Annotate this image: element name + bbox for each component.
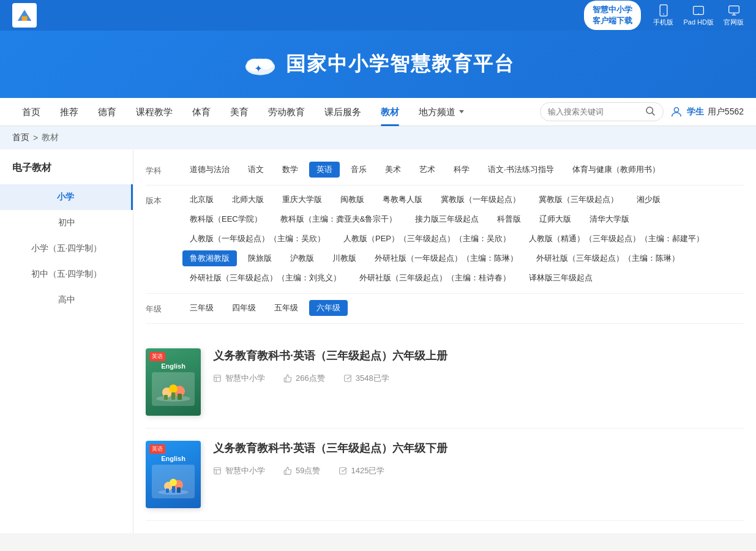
svg-point-31 xyxy=(170,479,177,486)
book-info-2: 义务教育教科书·英语（三年级起点）六年级下册 智慧中小学 59点赞 142 xyxy=(213,441,744,476)
filter-yue[interactable]: 粤教粤人版 xyxy=(375,192,430,208)
svg-rect-7 xyxy=(728,6,739,13)
filter-ren3[interactable]: 人教版（PEP）（三年级起点）（主编：吴欣） xyxy=(336,231,518,247)
source-icon-2 xyxy=(213,467,222,475)
header-right: 智慧中小学 客户端下载 手机版 Pad HD版 官网版 xyxy=(584,1,744,30)
filter-liaoshi[interactable]: 辽师大版 xyxy=(532,211,578,227)
svg-rect-35 xyxy=(214,468,221,474)
content-area: 学科 道德与法治 语文 数学 英语 音乐 美术 艺术 科学 语文·书法练习指导 … xyxy=(133,149,756,533)
filter-eec[interactable]: 教科版（EEC学院） xyxy=(182,211,269,227)
nav-moral[interactable]: 德育 xyxy=(88,98,126,126)
filter-math[interactable]: 数学 xyxy=(275,162,305,178)
nav-arts[interactable]: 美育 xyxy=(220,98,258,126)
nav-home[interactable]: 首页 xyxy=(12,98,50,126)
chevron-down-icon xyxy=(459,110,464,113)
download-button[interactable]: 智慧中小学 客户端下载 xyxy=(584,1,641,30)
filter-calligraphy[interactable]: 语文·书法练习指导 xyxy=(481,162,561,178)
book-cover-1[interactable]: 英语 English xyxy=(146,348,201,416)
filter-xiang[interactable]: 湘少版 xyxy=(629,192,668,208)
desktop-platform[interactable]: 官网版 xyxy=(724,4,744,27)
filter-grade5[interactable]: 五年级 xyxy=(267,300,305,316)
filter-ren-jt[interactable]: 人教版（精通）（三年级起点）（主编：郝建平） xyxy=(522,231,711,247)
filter-moral-subject[interactable]: 道德与法治 xyxy=(182,162,237,178)
svg-line-15 xyxy=(652,113,654,115)
filter-divider-2 xyxy=(146,293,744,294)
filter-wai1[interactable]: 外研社版（一年级起点）（主编：陈琳） xyxy=(367,250,525,266)
svg-rect-22 xyxy=(178,394,182,400)
filter-english[interactable]: 英语 xyxy=(309,162,340,178)
like-icon-2 xyxy=(283,467,292,475)
source-icon xyxy=(213,374,222,383)
book-cover-2[interactable]: 英语 English xyxy=(146,441,201,508)
svg-rect-32 xyxy=(166,489,169,493)
learner-icon xyxy=(343,374,352,383)
search-icon[interactable] xyxy=(645,105,656,118)
filter-ren1[interactable]: 人教版（一年级起点）（主编：吴欣） xyxy=(182,231,332,247)
filter-beijing[interactable]: 北京版 xyxy=(182,192,221,208)
svg-point-14 xyxy=(646,107,653,114)
book-title-2[interactable]: 义务教育教科书·英语（三年级起点）六年级下册 xyxy=(213,441,744,455)
filter-yilin[interactable]: 译林版三年级起点 xyxy=(522,270,600,286)
filter-science[interactable]: 科学 xyxy=(446,162,477,178)
nav-afterschool[interactable]: 课后服务 xyxy=(315,98,371,126)
book-badge: 英语 xyxy=(149,352,165,361)
nav-sports[interactable]: 体育 xyxy=(182,98,220,126)
filter-cqua[interactable]: 重庆大学版 xyxy=(275,192,329,208)
phone-platform[interactable]: 手机版 xyxy=(653,4,673,27)
filter-wai3[interactable]: 外研社版（三年级起点）（主编：陈琳） xyxy=(529,250,687,266)
filter-chuan[interactable]: 川教版 xyxy=(325,250,364,266)
grade-items: 三年级 四年级 五年级 六年级 xyxy=(182,300,744,316)
sidebar-item-primary54[interactable]: 小学（五·四学制） xyxy=(0,236,133,261)
svg-rect-21 xyxy=(164,395,168,400)
filter-grade3[interactable]: 三年级 xyxy=(182,300,221,316)
user-area: 学生 用户5562 xyxy=(670,105,744,119)
like-icon xyxy=(283,374,292,383)
user-name: 用户5562 xyxy=(708,107,744,118)
filter-qhua[interactable]: 清华大学版 xyxy=(582,211,637,227)
subject-filter: 学科 道德与法治 语文 数学 英语 音乐 美术 艺术 科学 语文·书法练习指导 … xyxy=(146,162,744,178)
book-item: 英语 English xyxy=(146,336,744,429)
book-illustration xyxy=(152,372,195,406)
nav-local[interactable]: 地方频道 xyxy=(409,98,474,126)
grade-label: 年级 xyxy=(146,300,182,315)
filter-grade4[interactable]: 四年级 xyxy=(225,300,263,316)
book-meta-1: 智慧中小学 266点赞 3548已学 xyxy=(213,373,744,384)
filter-hu[interactable]: 沪教版 xyxy=(283,250,321,266)
sidebar-item-primary[interactable]: 小学 xyxy=(0,184,133,210)
filter-shan[interactable]: 陕旅版 xyxy=(241,250,279,266)
search-input[interactable] xyxy=(548,107,640,116)
filter-jieli[interactable]: 接力版三年级起点 xyxy=(408,211,486,227)
filter-ji3[interactable]: 冀教版（三年级起点） xyxy=(531,192,626,208)
svg-text:✦: ✦ xyxy=(255,64,262,73)
nav-items: 首页 推荐 德育 课程教学 体育 美育 劳动教育 课后服务 教材 地方频道 xyxy=(12,98,474,126)
user-role-badge: 学生 xyxy=(687,107,704,118)
breadcrumb-home[interactable]: 首页 xyxy=(12,132,29,143)
nav-labor[interactable]: 劳动教育 xyxy=(258,98,315,126)
sidebar-item-middle54[interactable]: 初中（五·四学制） xyxy=(0,261,133,287)
nav-curriculum[interactable]: 课程教学 xyxy=(126,98,182,126)
sidebar-item-high[interactable]: 高中 xyxy=(0,287,133,313)
filter-music[interactable]: 音乐 xyxy=(343,162,374,178)
search-box xyxy=(540,102,664,121)
filter-grade6[interactable]: 六年级 xyxy=(309,300,348,316)
pad-platform[interactable]: Pad HD版 xyxy=(683,4,714,27)
filter-kepu[interactable]: 科普版 xyxy=(490,211,528,227)
filter-gong[interactable]: 教科版（主编：龚亚夫&鲁宗干） xyxy=(273,211,405,227)
filter-wai-gui[interactable]: 外研社版（三年级起点）（主编：桂诗春） xyxy=(352,270,518,286)
filter-ji1[interactable]: 冀教版（一年级起点） xyxy=(433,192,528,208)
nav-textbooks[interactable]: 教材 xyxy=(371,98,409,126)
filter-bsda[interactable]: 北师大版 xyxy=(225,192,271,208)
filter-pe[interactable]: 体育与健康（教师用书） xyxy=(565,162,667,178)
filter-chinese[interactable]: 语文 xyxy=(241,162,271,178)
sidebar-item-middle[interactable]: 初中 xyxy=(0,210,133,236)
filter-arts[interactable]: 艺术 xyxy=(412,162,443,178)
filter-divider-3 xyxy=(146,323,744,324)
filter-min[interactable]: 闽教版 xyxy=(333,192,372,208)
edition-filter: 版本 北京版 北师大版 重庆大学版 闽教版 粤教粤人版 冀教版（一年级起点） 冀… xyxy=(146,192,744,286)
filter-art[interactable]: 美术 xyxy=(378,162,408,178)
book-list: 英语 English xyxy=(146,336,744,521)
book-title-1[interactable]: 义务教育教科书·英语（三年级起点）六年级上册 xyxy=(213,348,744,363)
nav-recommend[interactable]: 推荐 xyxy=(50,98,88,126)
filter-wai-liu[interactable]: 外研社版（三年级起点）（主编：刘兆义） xyxy=(182,270,348,286)
filter-lu-xiang[interactable]: 鲁教湘教版 xyxy=(182,250,237,266)
